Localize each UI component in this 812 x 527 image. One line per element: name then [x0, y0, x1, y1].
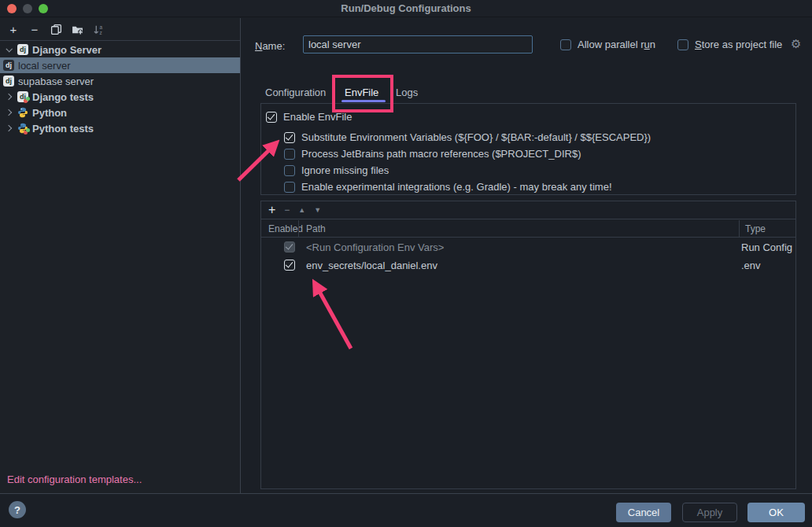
option-enable-envfile[interactable]: Enable EnvFile — [266, 111, 352, 123]
table-row-env-secrets[interactable]: env_secrets/local_daniel.env .env — [261, 256, 795, 275]
run-debug-configurations-dialog: Run/Debug Configurations + − — [0, 0, 812, 527]
help-button[interactable]: ? — [9, 501, 26, 518]
copy-configuration-icon[interactable] — [50, 23, 62, 35]
dialog-footer: ? Cancel Apply OK — [0, 493, 812, 527]
remove-env-file-icon[interactable]: − — [284, 205, 290, 216]
chevron-right-icon[interactable] — [3, 126, 14, 131]
name-input[interactable] — [303, 35, 533, 53]
option-label: Substitute Environment Variables (${FOO}… — [301, 131, 651, 143]
store-as-project-file-label: Store as project file — [695, 39, 782, 50]
option-experimental-integrations[interactable]: Enable experimental integrations (e.g. G… — [284, 181, 612, 193]
substitute-env-vars-checkbox[interactable] — [284, 132, 295, 143]
store-as-project-file-option[interactable]: Store as project file — [677, 39, 782, 50]
django-tests-icon: dj — [17, 91, 28, 102]
tree-item-django-tests[interactable]: dj Django tests — [0, 89, 240, 105]
store-as-project-file-checkbox[interactable] — [677, 39, 688, 50]
cancel-button[interactable]: Cancel — [616, 503, 671, 522]
move-up-icon[interactable]: ▲ — [298, 206, 305, 214]
tree-item-label: supabase server — [18, 76, 94, 87]
python-icon — [17, 107, 28, 118]
row-type: Run Config — [741, 241, 792, 253]
option-substitute-env-vars[interactable]: Substitute Environment Variables (${FOO}… — [284, 131, 651, 143]
column-header-path: Path — [306, 223, 326, 234]
option-process-path-macros[interactable]: Process JetBrains path macro references … — [284, 148, 581, 160]
sidebar-toolbar: + − a z — [0, 18, 240, 41]
edit-configuration-templates-link[interactable]: Edit configuration templates... — [7, 474, 142, 485]
add-configuration-icon[interactable]: + — [7, 23, 20, 35]
tree-item-label: Python tests — [32, 123, 94, 135]
table-row-run-config-env-vars[interactable]: <Run Configuration Env Vars> Run Config — [261, 238, 795, 256]
window-title: Run/Debug Configurations — [0, 2, 812, 14]
chevron-down-icon[interactable] — [3, 47, 14, 52]
name-label: Name: — [255, 40, 285, 52]
tree-item-python[interactable]: Python — [0, 105, 240, 120]
allow-parallel-run-option[interactable]: Allow parallel run — [560, 39, 655, 50]
tree-item-label: Django tests — [32, 91, 94, 103]
django-icon: dj — [17, 44, 28, 55]
option-label: Enable experimental integrations (e.g. G… — [301, 181, 612, 193]
tree-item-label: Django Server — [32, 44, 102, 56]
allow-parallel-run-label: Allow parallel run — [578, 39, 655, 50]
django-icon: dj — [3, 60, 14, 71]
chevron-right-icon[interactable] — [3, 110, 14, 115]
process-path-macros-checkbox[interactable] — [284, 149, 295, 160]
remove-configuration-icon[interactable]: − — [28, 23, 41, 35]
table-header: Enabled Path Type — [261, 220, 795, 238]
experimental-integrations-checkbox[interactable] — [284, 182, 295, 193]
configurations-sidebar: + − a z — [0, 18, 241, 493]
option-label: Enable EnvFile — [283, 111, 352, 123]
row-type: .env — [741, 260, 761, 271]
sort-configurations-icon[interactable]: a z — [92, 23, 105, 35]
gear-icon[interactable]: ⚙ — [791, 37, 801, 51]
active-tab-indicator — [341, 100, 386, 102]
row-path: <Run Configuration Env Vars> — [306, 241, 444, 253]
svg-text:z: z — [99, 29, 102, 35]
tree-item-python-tests[interactable]: Python tests — [0, 120, 240, 136]
ok-button[interactable]: OK — [747, 503, 805, 522]
svg-text:a: a — [99, 24, 102, 29]
envfile-options-panel: Enable EnvFile Substitute Environment Va… — [260, 103, 796, 195]
allow-parallel-run-checkbox[interactable] — [560, 39, 571, 50]
new-folder-icon[interactable] — [71, 23, 83, 35]
ignore-missing-files-checkbox[interactable] — [284, 165, 295, 176]
table-toolbar: + − ▲ ▼ — [261, 201, 795, 219]
tree-item-label: Python — [32, 107, 67, 119]
tree-item-supabase-server[interactable]: dj supabase server — [0, 73, 240, 89]
tab-envfile[interactable]: EnvFile — [345, 87, 378, 98]
row-enabled-checkbox — [284, 241, 295, 252]
move-down-icon[interactable]: ▼ — [314, 206, 321, 214]
add-env-file-icon[interactable]: + — [268, 203, 275, 217]
row-enabled-checkbox[interactable] — [284, 260, 295, 271]
env-files-table-panel: + − ▲ ▼ Enabled Path Type <Run Configura… — [260, 201, 796, 489]
tab-logs[interactable]: Logs — [396, 87, 418, 98]
tree-item-local-server[interactable]: dj local server — [0, 57, 240, 73]
django-icon: dj — [3, 76, 14, 87]
option-ignore-missing-files[interactable]: Ignore missing files — [284, 164, 389, 176]
chevron-right-icon[interactable] — [3, 94, 14, 99]
row-path: env_secrets/local_daniel.env — [306, 260, 437, 271]
tree-item-label: local server — [18, 60, 70, 72]
configurations-tree: dj Django Server dj local server dj supa… — [0, 42, 240, 136]
option-label: Process JetBrains path macro references … — [301, 148, 581, 160]
apply-button[interactable]: Apply — [682, 503, 737, 522]
column-header-type: Type — [745, 223, 766, 234]
tree-item-django-server[interactable]: dj Django Server — [0, 42, 240, 57]
enable-envfile-checkbox[interactable] — [266, 112, 277, 123]
tab-configuration[interactable]: Configuration — [265, 87, 326, 98]
title-bar: Run/Debug Configurations — [0, 0, 812, 17]
option-label: Ignore missing files — [301, 164, 389, 176]
python-tests-icon — [17, 123, 28, 134]
